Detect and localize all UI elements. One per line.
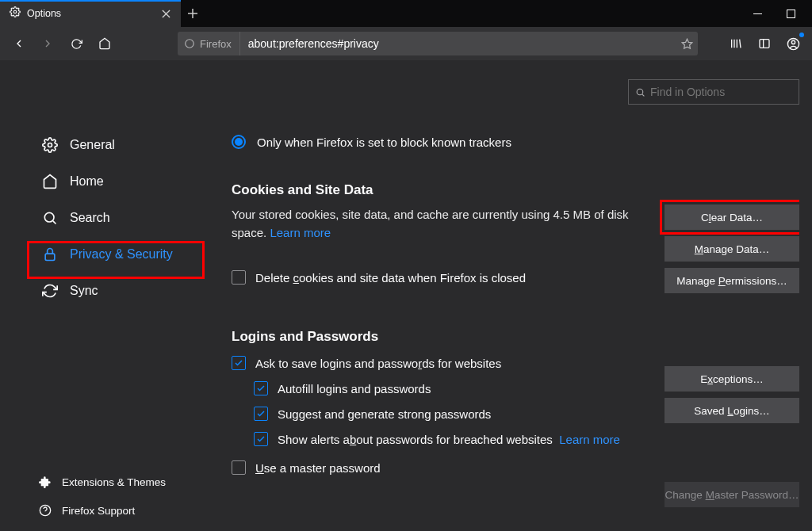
search-icon bbox=[635, 87, 645, 97]
svg-rect-6 bbox=[787, 10, 795, 17]
svg-point-19 bbox=[48, 143, 52, 147]
account-notification-dot bbox=[799, 32, 804, 37]
url-identity[interactable]: Firefox bbox=[178, 32, 240, 55]
navbar: Firefox about:preferences#privacy bbox=[0, 27, 812, 60]
master-password-label: Use a master password bbox=[255, 461, 381, 475]
svg-rect-22 bbox=[45, 254, 55, 260]
find-input[interactable] bbox=[650, 86, 792, 98]
gear-icon bbox=[41, 137, 59, 153]
sidebar-item-label: Privacy & Security bbox=[70, 247, 173, 262]
checkbox-unchecked[interactable] bbox=[232, 270, 246, 285]
checkbox-unchecked[interactable] bbox=[232, 460, 246, 475]
help-icon bbox=[38, 504, 52, 517]
sidebar-item-label: Home bbox=[70, 174, 104, 189]
new-tab-button[interactable] bbox=[181, 0, 205, 27]
master-password-row[interactable]: Use a master password bbox=[232, 460, 799, 475]
checkbox-checked[interactable] bbox=[254, 381, 268, 395]
clear-data-button[interactable]: Clear Data… bbox=[665, 204, 799, 230]
manage-data-button[interactable]: Manage Data… bbox=[665, 236, 799, 262]
tab-title: Options bbox=[27, 8, 154, 19]
category-sidebar: General Home Search Privacy & Security S… bbox=[32, 127, 203, 309]
checkbox-checked[interactable] bbox=[254, 407, 268, 421]
close-tab-icon[interactable] bbox=[160, 8, 171, 19]
bookmark-star-icon[interactable] bbox=[676, 38, 698, 50]
svg-point-0 bbox=[13, 10, 17, 13]
firefox-logo-icon bbox=[184, 38, 195, 49]
breach-alerts-row[interactable]: Show alerts about passwords for breached… bbox=[254, 432, 799, 446]
firefox-support-link[interactable]: Firefox Support bbox=[38, 496, 166, 525]
delete-cookies-label: Delete cookies and site data when Firefo… bbox=[255, 271, 526, 285]
titlebar: Options bbox=[0, 0, 812, 27]
breach-alerts-label: Show alerts about passwords for breached… bbox=[278, 433, 620, 446]
find-in-options[interactable] bbox=[628, 79, 799, 105]
home-button[interactable] bbox=[92, 31, 117, 56]
sync-icon bbox=[41, 283, 59, 299]
cookies-learn-more-link[interactable]: Learn more bbox=[270, 226, 331, 239]
home-icon bbox=[41, 174, 59, 189]
urlbar[interactable]: Firefox about:preferences#privacy bbox=[178, 32, 698, 55]
manage-permissions-button[interactable]: Manage Permissions… bbox=[665, 268, 799, 293]
gear-icon bbox=[10, 6, 21, 21]
checkbox-checked[interactable] bbox=[232, 356, 246, 370]
autofill-label: Autofill logins and passwords bbox=[278, 382, 431, 395]
breach-learn-more-link[interactable]: Learn more bbox=[559, 433, 620, 446]
main-panel: Only when Firefox is set to block known … bbox=[232, 116, 799, 531]
svg-point-16 bbox=[791, 40, 795, 44]
tracker-option-label: Only when Firefox is set to block known … bbox=[257, 136, 511, 149]
tab-options[interactable]: Options bbox=[0, 0, 181, 27]
suggest-label: Suggest and generate strong passwords bbox=[278, 407, 491, 421]
back-button[interactable] bbox=[6, 31, 32, 56]
svg-line-12 bbox=[740, 40, 741, 48]
sidebar-item-label: General bbox=[70, 138, 115, 152]
ask-save-label: Ask to save logins and passwords for web… bbox=[255, 357, 501, 370]
identity-label: Firefox bbox=[200, 38, 232, 50]
library-icon[interactable] bbox=[723, 31, 749, 56]
cookies-heading: Cookies and Site Data bbox=[232, 182, 799, 198]
footer-label: Extensions & Themes bbox=[62, 476, 166, 488]
preferences-content: General Home Search Privacy & Security S… bbox=[0, 60, 812, 531]
search-icon bbox=[41, 210, 59, 226]
footer-links: Extensions & Themes Firefox Support bbox=[38, 468, 166, 525]
account-icon[interactable] bbox=[780, 31, 806, 56]
window-controls bbox=[741, 0, 812, 27]
minimize-button[interactable] bbox=[741, 2, 774, 25]
exceptions-button[interactable]: Exceptions… bbox=[665, 366, 799, 392]
forward-button[interactable] bbox=[35, 31, 60, 56]
sidebar-item-privacy[interactable]: Privacy & Security bbox=[32, 236, 203, 273]
sidebar-item-label: Sync bbox=[70, 284, 98, 298]
lock-icon bbox=[41, 246, 59, 262]
extensions-themes-link[interactable]: Extensions & Themes bbox=[38, 468, 166, 496]
sidebar-item-search[interactable]: Search bbox=[32, 200, 203, 236]
sidebar-toggle-icon[interactable] bbox=[752, 31, 777, 56]
checkbox-checked[interactable] bbox=[254, 432, 268, 446]
svg-marker-8 bbox=[682, 39, 692, 48]
logins-heading: Logins and Passwords bbox=[232, 329, 799, 345]
tracker-option-row[interactable]: Only when Firefox is set to block known … bbox=[232, 135, 799, 149]
reload-button[interactable] bbox=[63, 31, 89, 56]
sidebar-item-label: Search bbox=[70, 211, 110, 225]
svg-point-17 bbox=[637, 89, 643, 95]
saved-logins-button[interactable]: Saved Logins… bbox=[665, 398, 799, 423]
maximize-button[interactable] bbox=[774, 2, 807, 25]
svg-rect-13 bbox=[760, 40, 769, 48]
sidebar-item-general[interactable]: General bbox=[32, 127, 203, 163]
sidebar-item-sync[interactable]: Sync bbox=[32, 273, 203, 309]
svg-point-7 bbox=[186, 40, 194, 48]
url-text[interactable]: about:preferences#privacy bbox=[240, 37, 676, 50]
addons-icon bbox=[38, 476, 52, 488]
cookies-description: Your stored cookies, site data, and cach… bbox=[232, 206, 636, 242]
svg-line-21 bbox=[53, 221, 56, 224]
footer-label: Firefox Support bbox=[62, 505, 135, 517]
change-master-password-button: Change Master Password… bbox=[665, 482, 799, 507]
radio-selected[interactable] bbox=[232, 135, 246, 149]
svg-point-20 bbox=[44, 212, 54, 222]
svg-line-18 bbox=[642, 94, 644, 96]
sidebar-item-home[interactable]: Home bbox=[32, 163, 203, 200]
